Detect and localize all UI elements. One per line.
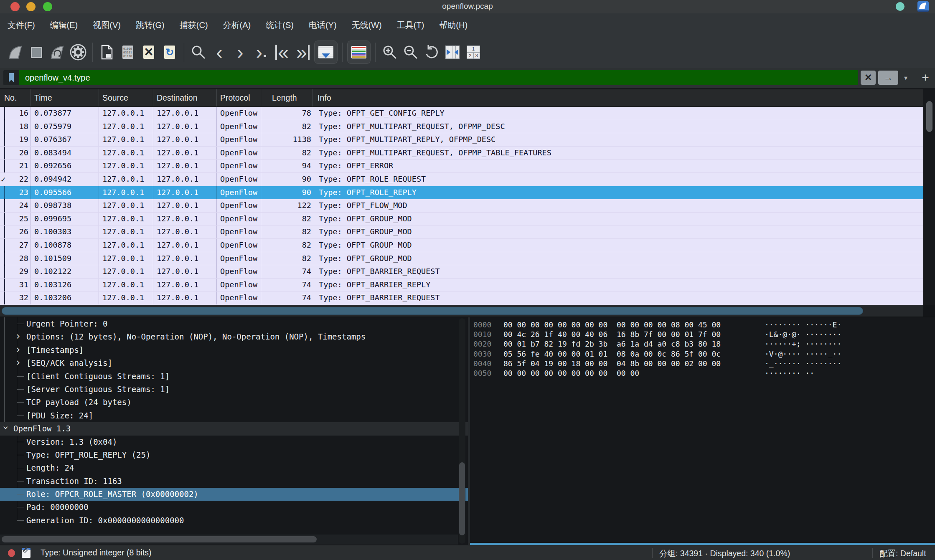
column-header-time[interactable]: Time (31, 89, 99, 106)
detail-tree-row[interactable]: Role: OFPCR_ROLE_MASTER (0x00000002) (0, 488, 468, 501)
stop-capture-icon[interactable] (26, 41, 47, 64)
resize-columns-icon[interactable] (442, 41, 463, 64)
menu-item-go[interactable]: 跳转(G) (128, 20, 172, 31)
reload-file-icon[interactable]: ↻ (159, 41, 180, 64)
zoom-reset-icon[interactable] (421, 41, 442, 64)
bookmark-icon[interactable] (3, 70, 19, 85)
detail-pane-vertical-scrollbar[interactable] (459, 318, 465, 544)
start-capture-fin-icon[interactable] (5, 41, 26, 64)
hex-row[interactable]: 005000 00 00 00 00 00 00 00 00 00·······… (470, 368, 935, 378)
menu-item-help[interactable]: 帮助(H) (432, 20, 475, 31)
find-packet-icon[interactable] (188, 41, 209, 64)
previous-packet-icon[interactable]: ‹ (209, 41, 230, 64)
filter-add-button[interactable]: + (919, 71, 932, 85)
packet-cell: Type: OFPT_MULTIPART_REPLY, OFPMP_DESC (313, 133, 923, 146)
open-file-icon[interactable] (97, 41, 117, 64)
detail-tree-row[interactable]: TCP payload (24 bytes) (0, 396, 468, 409)
column-header-source[interactable]: Source (99, 89, 153, 106)
packet-row[interactable]: 160.073877127.0.0.1127.0.0.1OpenFlow78Ty… (0, 107, 923, 120)
detail-pane-horizontal-scrollbar[interactable] (0, 535, 458, 545)
detail-pane-vertical-scrollbar-thumb[interactable] (459, 462, 465, 535)
menu-item-file[interactable]: 文件(F) (0, 20, 43, 31)
packet-row[interactable]: 280.101509127.0.0.1127.0.0.1OpenFlow82Ty… (0, 252, 923, 266)
menu-item-wireless[interactable]: 无线(W) (344, 20, 389, 31)
profile-status[interactable]: 配置: Default (879, 548, 926, 559)
packet-list-horizontal-scrollbar-thumb[interactable] (2, 307, 863, 315)
collapsed-chevron-icon[interactable]: › (15, 357, 21, 369)
detail-tree-row[interactable]: [Server Contiguous Streams: 1] (0, 383, 468, 396)
column-header-protocol[interactable]: Protocol (217, 89, 261, 106)
packet-list-vertical-scrollbar[interactable] (923, 89, 935, 305)
detail-tree-row[interactable]: ›[Timestamps] (0, 344, 468, 357)
zoom-in-icon[interactable] (379, 41, 400, 64)
filter-apply-button[interactable]: → (878, 71, 898, 85)
close-file-icon[interactable]: ✕ (138, 41, 159, 64)
detail-tree-row[interactable]: ›Options: (12 bytes), No-Operation (NOP)… (0, 330, 468, 343)
packet-row[interactable]: 200.083494127.0.0.1127.0.0.1OpenFlow82Ty… (0, 147, 923, 160)
menu-item-telephony[interactable]: 电话(Y) (301, 20, 344, 31)
detail-tree-row[interactable]: Version: 1.3 (0x04) (0, 436, 468, 449)
display-filter-input[interactable]: openflow_v4.type (19, 70, 858, 85)
detail-tree-row[interactable]: Generation ID: 0x0000000000000000 (0, 514, 468, 527)
column-header-destination[interactable]: Destination (153, 89, 217, 106)
expert-info-icon[interactable] (8, 549, 15, 557)
zoom-out-icon[interactable] (400, 41, 421, 64)
packet-row[interactable]: 250.099695127.0.0.1127.0.0.1OpenFlow82Ty… (0, 213, 923, 226)
packet-row[interactable]: 180.075979127.0.0.1127.0.0.1OpenFlow82Ty… (0, 120, 923, 134)
column-header-info[interactable]: Info (313, 89, 923, 106)
packet-row[interactable]: 190.076367127.0.0.1127.0.0.1OpenFlow1138… (0, 133, 923, 147)
menu-item-capture[interactable]: 捕获(C) (172, 20, 216, 31)
stream-line-icon (0, 226, 12, 238)
menu-item-tools[interactable]: 工具(T) (389, 20, 432, 31)
column-header-no[interactable]: No. (0, 89, 31, 106)
packet-row[interactable]: 270.100878127.0.0.1127.0.0.1OpenFlow82Ty… (0, 239, 923, 252)
detail-tree-row[interactable]: Length: 24 (0, 461, 468, 474)
goto-packet-icon[interactable]: › (251, 41, 272, 64)
first-packet-icon[interactable]: « (272, 41, 292, 64)
collapsed-chevron-icon[interactable]: › (15, 330, 21, 342)
collapsed-chevron-icon[interactable]: › (15, 344, 21, 356)
hex-row[interactable]: 003005 56 fe 40 00 00 01 01 08 0a 00 0c … (470, 349, 935, 359)
menu-item-view[interactable]: 视图(V) (85, 20, 128, 31)
capture-options-gear-icon[interactable] (68, 41, 89, 64)
packet-list-horizontal-scrollbar[interactable] (0, 305, 935, 317)
tree-tick (17, 494, 24, 494)
packet-row[interactable]: 230.095566127.0.0.1127.0.0.1OpenFlow90Ty… (0, 186, 923, 200)
detail-tree-row[interactable]: [Client Contiguous Streams: 1] (0, 370, 468, 383)
hex-row[interactable]: 002000 01 b7 82 19 fd 2b 3b a6 1a d4 a0 … (470, 339, 935, 349)
menu-item-statistics[interactable]: 统计(S) (258, 20, 301, 31)
packet-row[interactable]: 210.092656127.0.0.1127.0.0.1OpenFlow94Ty… (0, 160, 923, 173)
packet-list-vertical-scrollbar-thumb[interactable] (926, 101, 932, 132)
hex-row[interactable]: 000000 00 00 00 00 00 00 00 00 00 00 00 … (470, 320, 935, 329)
packet-row[interactable]: 320.103206127.0.0.1127.0.0.1OpenFlow74Ty… (0, 291, 923, 305)
detail-tree-row[interactable]: Transaction ID: 1163 (0, 475, 468, 488)
last-packet-icon[interactable]: » (292, 41, 313, 64)
packet-row[interactable]: 260.100303127.0.0.1127.0.0.1OpenFlow82Ty… (0, 226, 923, 239)
save-file-icon[interactable]: 010100310101110 (117, 41, 138, 64)
hex-row[interactable]: 004086 5f 04 19 00 18 00 00 04 8b 00 00 … (470, 359, 935, 368)
hex-row[interactable]: 001000 4c 26 1f 40 00 40 06 16 8b 7f 00 … (470, 329, 935, 339)
capture-comment-icon[interactable] (22, 548, 30, 558)
detail-pane-horizontal-scrollbar-thumb[interactable] (2, 536, 317, 542)
menu-item-analyze[interactable]: 分析(A) (216, 20, 259, 31)
detail-tree-row[interactable]: Urgent Pointer: 0 (0, 317, 468, 330)
layout-123-icon[interactable]: 123 (463, 41, 484, 64)
colorize-icon[interactable] (347, 41, 371, 64)
menu-item-edit[interactable]: 编辑(E) (43, 20, 86, 31)
detail-tree-row[interactable]: ›[SEQ/ACK analysis] (0, 357, 468, 370)
restart-capture-icon[interactable] (47, 41, 68, 64)
next-packet-icon[interactable]: › (230, 41, 251, 64)
detail-tree-row[interactable]: ›OpenFlow 1.3 (0, 422, 468, 435)
auto-scroll-icon[interactable] (314, 41, 338, 64)
detail-tree-row[interactable]: Pad: 00000000 (0, 501, 468, 514)
packet-row[interactable]: 310.103126127.0.0.1127.0.0.1OpenFlow74Ty… (0, 279, 923, 292)
filter-dropdown-chevron-icon[interactable]: ▾ (902, 74, 910, 82)
column-header-length[interactable]: Length (261, 89, 313, 106)
packet-row[interactable]: 290.102122127.0.0.1127.0.0.1OpenFlow74Ty… (0, 265, 923, 279)
expanded-chevron-icon[interactable]: › (0, 425, 12, 431)
detail-tree-row[interactable]: Type: OFPT_ROLE_REPLY (25) (0, 449, 468, 461)
packet-row[interactable]: ✓220.094942127.0.0.1127.0.0.1OpenFlow90T… (0, 173, 923, 186)
filter-clear-button[interactable]: ✕ (861, 71, 876, 85)
detail-tree-row[interactable]: [PDU Size: 24] (0, 409, 468, 422)
packet-row[interactable]: 240.098738127.0.0.1127.0.0.1OpenFlow122T… (0, 199, 923, 213)
